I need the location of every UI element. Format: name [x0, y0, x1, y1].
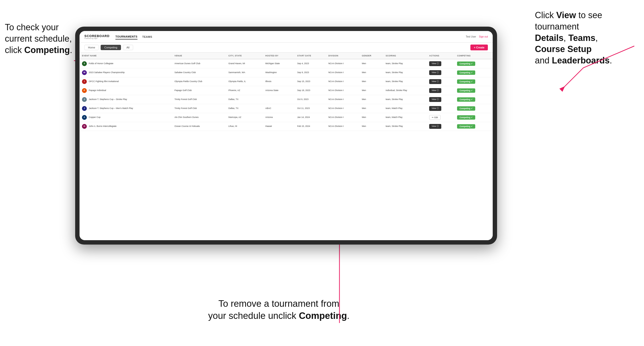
col-scoring: SCORING [383, 52, 427, 59]
venue-cell: Trinity Forest Golf Club [172, 104, 226, 113]
annotation-line3: click [5, 45, 24, 55]
create-button[interactable]: + Create [470, 44, 488, 50]
hosted-by-cell: Arizona State [263, 86, 295, 95]
start-date-cell: Feb 15, 2024 [295, 122, 326, 131]
competing-cell: Competing ✓ [455, 95, 493, 104]
view-button[interactable]: View ⓘ [429, 106, 441, 111]
competing-cell: Competing ✓ [455, 113, 493, 122]
table-container: EVENT NAME VENUE CITY, STATE HOSTED BY S… [80, 52, 493, 240]
actions-cell: ✏ Edit [427, 113, 455, 122]
competing-button[interactable]: Competing ✓ [457, 115, 475, 120]
actions-cell: View ⓘ [427, 86, 455, 95]
view-button[interactable]: View ⓘ [429, 79, 441, 84]
view-button[interactable]: View ⓘ [429, 70, 441, 75]
division-cell: NCAA Division I [326, 77, 359, 86]
start-date-cell: Sep 4, 2023 [295, 59, 326, 68]
navbar: SCOREBOARD Powered by clipd TOURNAMENTS … [80, 31, 493, 43]
table-row: H John A. Burns Intercollegiate Ocean Co… [80, 122, 493, 131]
actions-cell: View ⓘ [427, 77, 455, 86]
competing-button[interactable]: Competing ✓ [457, 106, 475, 111]
navbar-right: Test User Sign out [466, 35, 488, 38]
competing-button[interactable]: Competing ✓ [457, 70, 475, 75]
nav-tournaments[interactable]: TOURNAMENTS [116, 34, 138, 39]
scoring-cell: team, Stroke Play [383, 95, 427, 104]
tablet-screen: SCOREBOARD Powered by clipd TOURNAMENTS … [80, 31, 493, 240]
table-row: I OFCC Fighting Illini Invitational Olym… [80, 77, 493, 86]
actions-cell: View ⓘ [427, 59, 455, 68]
gender-cell: Men [359, 86, 383, 95]
city-state-cell: Dallas, TX [226, 95, 263, 104]
table-header-row: EVENT NAME VENUE CITY, STATE HOSTED BY S… [80, 52, 493, 59]
start-date-cell: Oct 11, 2023 [295, 104, 326, 113]
col-competing: COMPETING [455, 52, 493, 59]
tab-home[interactable]: Home [84, 45, 99, 50]
annotation-top-right: Click View to see tournament Details, Te… [535, 10, 637, 66]
competing-cell: Competing ✓ [455, 59, 493, 68]
table-row: J Jackson T. Stephens Cup – Men's Match … [80, 104, 493, 113]
scoreboard-logo: SCOREBOARD Powered by clipd [84, 34, 110, 39]
venue-cell: American Dunes Golf Club [172, 59, 226, 68]
tab-all[interactable]: All [123, 45, 133, 50]
view-button[interactable]: View ⓘ [429, 124, 441, 129]
view-button[interactable]: View ⓘ [429, 97, 441, 102]
city-state-cell: Sammamish, WA [226, 68, 263, 77]
competing-cell: Competing ✓ [455, 68, 493, 77]
event-name-cell: J Jackson T. Stephens Cup – Stroke Play [80, 95, 172, 104]
city-state-cell: Olympia Fields, IL [226, 77, 263, 86]
competing-button[interactable]: Competing ✓ [457, 88, 475, 93]
hosted-by-cell: Michigan State [263, 59, 295, 68]
venue-cell: Ocean Course At Hokuala [172, 122, 226, 131]
division-cell: NCAA Division I [326, 59, 359, 68]
gender-cell: Men [359, 77, 383, 86]
annotation-line1: To check your [5, 22, 59, 32]
competing-cell: Competing ✓ [455, 77, 493, 86]
view-button[interactable]: View ⓘ [429, 61, 441, 66]
gender-cell: Men [359, 68, 383, 77]
city-state-cell: Phoenix, AZ [226, 86, 263, 95]
venue-cell: Ak-Chin Southern Dunes [172, 113, 226, 122]
gender-cell: Men [359, 104, 383, 113]
competing-button[interactable]: Competing ✓ [457, 97, 475, 102]
division-cell: NCAA Division I [326, 95, 359, 104]
gender-cell: Men [359, 95, 383, 104]
col-city-state: CITY, STATE [226, 52, 263, 59]
competing-cell: Competing ✓ [455, 104, 493, 113]
nav-links: TOURNAMENTS TEAMS [116, 34, 152, 39]
start-date-cell: Sep 15, 2023 [295, 77, 326, 86]
start-date-cell: Sep 18, 2023 [295, 86, 326, 95]
city-state-cell: Grand Haven, MI [226, 59, 263, 68]
signout-link[interactable]: Sign out [479, 35, 488, 38]
hosted-by-cell: ABAC [263, 104, 295, 113]
competing-button[interactable]: Competing ✓ [457, 61, 475, 66]
event-name-cell: W 2023 Sahalee Players Championship [80, 68, 172, 77]
hosted-by-cell: Illinois [263, 77, 295, 86]
event-name-cell: P Papago Individual [80, 86, 172, 95]
user-text: Test User [466, 35, 476, 38]
hosted-by-cell [263, 95, 295, 104]
logo-powered: Powered by clipd [84, 37, 110, 39]
competing-button[interactable]: Competing ✓ [457, 79, 475, 84]
logo-title: SCOREBOARD [84, 34, 110, 37]
col-hosted-by: HOSTED BY [263, 52, 295, 59]
scoring-cell: team, Stroke Play [383, 122, 427, 131]
event-name-cell: S Folds of Honor Collegiate [80, 59, 172, 68]
venue-cell: Olympia Fields Country Club [172, 77, 226, 86]
hosted-by-cell: Arizona [263, 113, 295, 122]
venue-cell: Sahalee Country Club [172, 68, 226, 77]
division-cell: NCAA Division I [326, 68, 359, 77]
view-button[interactable]: View ⓘ [429, 88, 441, 93]
hosted-by-cell: Hawaii [263, 122, 295, 131]
event-name-cell: A Copper Cup [80, 113, 172, 122]
nav-teams[interactable]: TEAMS [142, 34, 152, 39]
scoring-cell: individual, Stroke Play [383, 86, 427, 95]
tab-competing[interactable]: Competing [100, 45, 121, 50]
table-row: S Folds of Honor Collegiate American Dun… [80, 59, 493, 68]
competing-button[interactable]: Competing ✓ [457, 124, 475, 129]
gender-cell: Men [359, 122, 383, 131]
edit-button[interactable]: ✏ Edit [429, 115, 440, 120]
event-name-cell: J Jackson T. Stephens Cup – Men's Match … [80, 104, 172, 113]
tournaments-table: EVENT NAME VENUE CITY, STATE HOSTED BY S… [80, 52, 493, 131]
division-cell: NCAA Division I [326, 113, 359, 122]
start-date-cell: Sep 9, 2023 [295, 68, 326, 77]
actions-cell: View ⓘ [427, 104, 455, 113]
